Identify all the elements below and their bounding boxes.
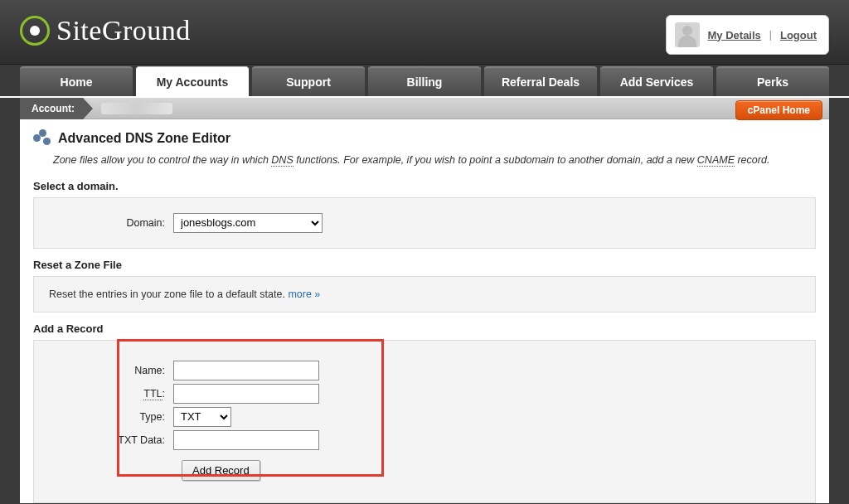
txt-data-input[interactable] bbox=[173, 430, 319, 450]
type-label: Type: bbox=[49, 411, 173, 423]
brand-logo: SiteGround bbox=[20, 15, 191, 46]
select-domain-panel: Domain: jonesblogs.com bbox=[33, 197, 816, 249]
name-input[interactable] bbox=[173, 361, 319, 380]
user-sep: | bbox=[769, 29, 772, 41]
intro-dns-abbr: DNS bbox=[271, 154, 293, 167]
account-label: Account: bbox=[20, 98, 83, 119]
cpanel-home-button[interactable]: cPanel Home bbox=[735, 100, 822, 120]
tab-billing-label: Billing bbox=[407, 75, 443, 89]
name-row: Name: bbox=[49, 361, 800, 380]
tab-referral-label: Referral Deals bbox=[502, 75, 580, 89]
tab-support[interactable]: Support bbox=[252, 66, 365, 96]
add-record-button[interactable]: Add Record bbox=[182, 460, 260, 481]
tab-add-services[interactable]: Add Services bbox=[600, 66, 713, 96]
reset-zone-more-link[interactable]: more » bbox=[288, 288, 320, 300]
txt-data-row: TXT Data: bbox=[49, 430, 800, 450]
tab-billing[interactable]: Billing bbox=[368, 66, 481, 96]
dns-icon bbox=[33, 129, 51, 148]
txt-data-label: TXT Data: bbox=[49, 434, 173, 446]
ttl-label: TTL: bbox=[49, 388, 173, 400]
cpanel-home-label: cPanel Home bbox=[748, 104, 810, 116]
tab-home-label: Home bbox=[61, 75, 93, 89]
account-name-redacted bbox=[101, 103, 172, 114]
type-row: Type: TXT bbox=[49, 407, 800, 427]
tab-support-label: Support bbox=[286, 75, 331, 89]
tab-my-accounts-label: My Accounts bbox=[157, 75, 229, 89]
reset-zone-panel: Reset the entries in your zone file to a… bbox=[33, 276, 816, 313]
tab-home[interactable]: Home bbox=[20, 66, 133, 96]
page-title: Advanced DNS Zone Editor bbox=[58, 131, 230, 146]
tab-referral-deals[interactable]: Referral Deals bbox=[484, 66, 597, 96]
type-select[interactable]: TXT bbox=[173, 407, 231, 427]
ttl-row: TTL: bbox=[49, 384, 800, 404]
domain-label: Domain: bbox=[49, 217, 173, 229]
tab-my-accounts[interactable]: My Accounts bbox=[136, 66, 249, 96]
content: Advanced DNS Zone Editor Zone files allo… bbox=[20, 119, 829, 503]
select-domain-heading: Select a domain. bbox=[33, 180, 816, 192]
main-tabs: Home My Accounts Support Billing Referra… bbox=[0, 65, 849, 98]
top-bar: SiteGround My Details | Logout bbox=[0, 0, 849, 65]
avatar bbox=[675, 22, 700, 47]
intro-cname-abbr: CNAME bbox=[697, 154, 735, 167]
intro-text: Zone files allow you to control the way … bbox=[53, 153, 816, 168]
logout-link[interactable]: Logout bbox=[780, 29, 817, 41]
name-label: Name: bbox=[49, 365, 173, 376]
reset-zone-text-inner: Reset the entries in your zone file to a… bbox=[49, 288, 288, 300]
reset-zone-text: Reset the entries in your zone file to a… bbox=[49, 288, 320, 300]
domain-select[interactable]: jonesblogs.com bbox=[173, 213, 323, 233]
ttl-abbr: TTL bbox=[143, 388, 162, 400]
intro-pre: Zone files allow you to control the way … bbox=[53, 154, 271, 166]
add-record-panel: Name: TTL: Type: TXT TXT Data: Add Recor… bbox=[33, 340, 816, 503]
account-ribbon: Account: cPanel Home bbox=[20, 98, 829, 119]
page: Account: cPanel Home Advanced DNS Zone E… bbox=[20, 98, 829, 503]
page-title-row: Advanced DNS Zone Editor bbox=[33, 129, 816, 148]
brand-swirl-icon bbox=[20, 16, 50, 46]
ttl-input[interactable] bbox=[173, 384, 319, 404]
ttl-suffix: : bbox=[163, 388, 165, 400]
user-box: My Details | Logout bbox=[666, 15, 829, 55]
reset-zone-heading: Reset a Zone File bbox=[33, 259, 816, 271]
tab-add-services-label: Add Services bbox=[620, 75, 694, 89]
add-record-button-label: Add Record bbox=[192, 464, 250, 477]
brand-text: SiteGround bbox=[56, 15, 191, 46]
tab-perks[interactable]: Perks bbox=[716, 66, 829, 96]
intro-post: record. bbox=[735, 154, 769, 166]
add-record-heading: Add a Record bbox=[33, 322, 816, 335]
tab-perks-label: Perks bbox=[757, 75, 788, 89]
my-details-link[interactable]: My Details bbox=[708, 29, 761, 41]
domain-row: Domain: jonesblogs.com bbox=[49, 213, 800, 233]
intro-mid: functions. For example, if you wish to p… bbox=[294, 154, 697, 166]
